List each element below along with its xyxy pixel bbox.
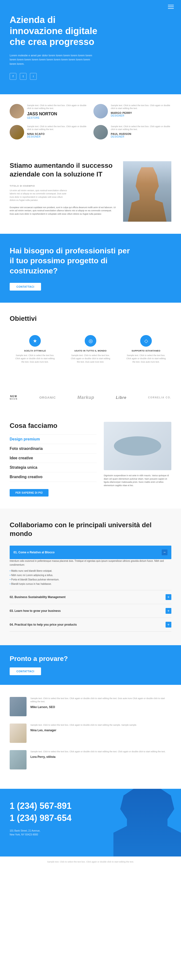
list-item: Sample text. Click to select the text bo… (9, 104, 88, 119)
testimonial-name: Lora Perry, stilista (30, 755, 172, 759)
cosa-description: Dignissim suspendisse in est ante in nib… (104, 474, 172, 487)
accordion-content-1: Interdum odio euismod in pellentesque ma… (9, 559, 172, 590)
member-info: Sample text. Click to select the text bo… (111, 104, 172, 117)
it-title: Stiamo aumentando il successo aziendale … (9, 161, 116, 179)
obiettivi-grid: ★ SCELTA OTTIMALE Sample text. Click to … (9, 330, 172, 369)
accordion: 01. Come e Relativo al Blocco − Interdum… (9, 546, 172, 632)
avatar (9, 724, 27, 743)
list-item: ◇ SUPPORTO ISTANTANEO Sample text. Click… (121, 330, 172, 369)
member-info: Sample text. Click to select the text bo… (27, 104, 88, 119)
contact-address: 101 Bank Street, 21 Avenue, New York, NY… (9, 829, 172, 837)
testimonial-text: Sample text. Click to select the text bo… (30, 697, 172, 703)
hero-subtitle: Lorem molestie e amet per dolor lorem lo… (9, 53, 96, 66)
hero-title: Azienda di innovazione digitale che crea… (9, 14, 106, 48)
member-name: MARGO PERRY (111, 111, 172, 115)
testimonial-info: Sample text. Click to select the text bo… (30, 750, 172, 759)
member-sample-text: Sample text. Click to select the text bo… (111, 104, 172, 110)
cosa-title: Cosa facciamo (9, 422, 96, 430)
accordion-item: 04. Practical tips to help you price you… (9, 618, 172, 632)
footer: Sample text. Click to select the text bo… (0, 856, 181, 867)
testimonials-section: Sample text. Click to select the text bo… (0, 685, 181, 789)
accordion-header-2[interactable]: 02. Business Sustainability Management + (9, 590, 172, 604)
accordion-item: 03. Learn how to grow your business + (9, 604, 172, 618)
hero-section: Azienda di innovazione digitale che crea… (0, 0, 181, 94)
phone-1: 1 (234) 567-891 (9, 801, 172, 811)
cosa-left: Cosa facciamo Design premium Foto straor… (9, 422, 96, 496)
list-item[interactable]: Idee creative (9, 453, 96, 463)
accordion-expand-icon[interactable]: + (165, 622, 172, 628)
phone-2: 1 (234) 987-654 (9, 813, 172, 823)
footer-text: Sample text. Click to select the text bo… (9, 861, 172, 863)
accordion-intro: Interdum odio euismod in pellentesque ma… (9, 559, 172, 567)
list-item[interactable]: Branding creativo (9, 473, 96, 482)
list-item[interactable]: Foto straordinaria (9, 444, 96, 453)
accordion-list: Mattis nunc sed blandit libero volutpat.… (9, 569, 172, 586)
cta-button[interactable]: CONTATTACI (9, 283, 41, 291)
accordion-expand-icon[interactable]: + (165, 608, 172, 614)
social-instagram[interactable]: i (30, 73, 37, 80)
accordion-expand-icon[interactable]: + (165, 594, 172, 600)
logo-markup: Markup (77, 395, 94, 400)
cosa-button[interactable]: PER SAPERNE DI PIÙ (9, 489, 49, 496)
list-item: Sample text. Click to select the text bo… (9, 724, 172, 743)
it-body-text: Excepteur sint occaecat cupidatat non pr… (9, 206, 116, 216)
member-sample-text: Sample text. Click to select the text bo… (27, 104, 88, 110)
accordion-collapse-icon[interactable]: − (162, 549, 167, 555)
hamburger-menu[interactable] (168, 5, 174, 9)
member-role: DESIGNER (111, 135, 172, 138)
logo-cornelia: CORNELIA CO. (148, 396, 172, 399)
avatar (9, 125, 24, 140)
it-image (123, 161, 172, 222)
logos-row: NEW WAVE ORGANIC Markup Libre CORNELIA C… (9, 395, 172, 400)
accordion-header-3[interactable]: 03. Learn how to grow your business + (9, 604, 172, 618)
member-info: Sample text. Click to select the text bo… (27, 125, 88, 138)
member-name: NINA SCAFO (27, 132, 88, 135)
obiettivo-text: Sample text. Click to select the text bo… (124, 354, 167, 364)
accordion-title: 02. Business Sustainability Management (9, 595, 65, 599)
contact-section: 1 (234) 567-891 1 (234) 987-654 101 Bank… (0, 789, 181, 856)
obiettivo-label: USATO IN TUTTO IL MONDO (69, 350, 112, 352)
list-item: Sample text. Click to select the text bo… (9, 697, 172, 716)
cta-section: Hai bisogno di professionisti per il tuo… (0, 234, 181, 303)
it-example-text: Ut enim ad minim veniam, quis nostrud ex… (9, 189, 68, 202)
cosa-section: Cosa facciamo Design premium Foto straor… (0, 410, 181, 509)
univ-title: Collaboriamo con le principali universit… (9, 521, 172, 538)
accordion-title: 03. Learn how to grow your business (9, 609, 61, 612)
logo-text: NEW (10, 395, 17, 398)
logo-organic: ORGANIC (39, 396, 56, 399)
accordion-title: 01. Come e Relativo al Blocco (14, 550, 55, 554)
pronto-button[interactable]: CONTATTACI (9, 667, 41, 675)
social-links: f t i (9, 73, 172, 80)
person-silhouette (128, 167, 167, 222)
list-item[interactable]: Design premium (9, 434, 96, 444)
it-section: Stiamo aumentando il successo aziendale … (0, 149, 181, 234)
list-item: Nibh nunc mi Lorem adipiscing a tellus. (9, 573, 172, 578)
social-twitter[interactable]: t (20, 73, 27, 80)
obiettivo-text: Sample text. Click to select the text bo… (69, 354, 112, 364)
list-item[interactable]: Strategia unica (9, 463, 96, 473)
list-item: Sample text. Click to select the text bo… (9, 125, 88, 140)
member-role: DESIGNER (27, 135, 88, 138)
pronto-title: Pronto a provare? (9, 655, 172, 663)
logos-section: NEW WAVE ORGANIC Markup Libre CORNELIA C… (0, 390, 181, 410)
accordion-header-4[interactable]: 04. Practical tips to help you price you… (9, 618, 172, 632)
list-item: Mattis nunc sed blandit libero volutpat. (9, 569, 172, 573)
office-visual (104, 422, 172, 470)
member-name: JASS NORTON (27, 111, 88, 116)
avatar (9, 750, 27, 770)
logo-new-wave: NEW WAVE (9, 395, 18, 400)
it-person-visual (123, 161, 172, 222)
testimonial-info: Sample text. Click to select the text bo… (30, 724, 172, 732)
obiettivo-text: Sample text. Click to select the text bo… (14, 354, 57, 364)
social-facebook[interactable]: f (9, 73, 16, 80)
team-grid: Sample text. Click to select the text bo… (9, 104, 172, 140)
accordion-header-1[interactable]: 01. Come e Relativo al Blocco − (9, 546, 172, 559)
univ-section: Collaboriamo con le principali universit… (0, 509, 181, 645)
member-sample-text: Sample text. Click to select the text bo… (27, 125, 88, 131)
cosa-image (104, 422, 172, 470)
cta-title: Hai bisogno di professionisti per il tuo… (9, 246, 130, 276)
member-name: PAUL HUDSON (111, 132, 172, 135)
cosa-right: Dignissim suspendisse in est ante in nib… (104, 422, 172, 496)
member-role: GESTORE (27, 116, 88, 119)
member-role: DESIGNER (111, 115, 172, 117)
